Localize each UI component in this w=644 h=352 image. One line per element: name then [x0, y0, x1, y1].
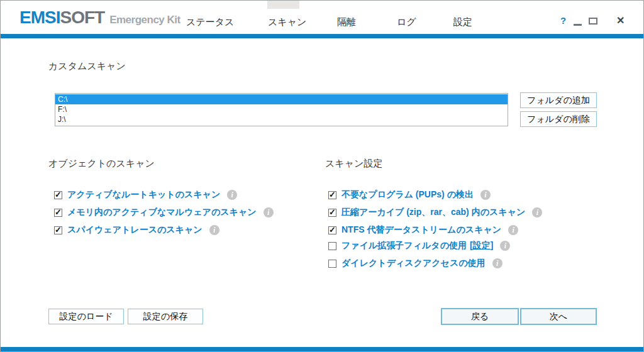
option-label[interactable]: 圧縮アーカイブ (zip、rar、cab) 内のスキャン [341, 207, 525, 218]
option-memory-scan: メモリ内のアクティブなマルウェアのスキャン i [54, 207, 274, 218]
header-divider [1, 34, 643, 38]
info-icon[interactable]: i [492, 258, 502, 268]
titlebar: EMSISOFT Emergency Kit ステータス スキャン 隔離 ログ … [1, 1, 643, 34]
link-bracket-close: ] [491, 240, 494, 250]
checkbox[interactable] [54, 209, 62, 217]
drive-list-item[interactable]: J:\ [55, 114, 508, 124]
info-icon[interactable]: i [500, 241, 510, 251]
option-spyware-traces: スパイウェアトレースのスキャン i [54, 224, 219, 236]
option-label[interactable]: アクティブなルートキットのスキャン [67, 189, 220, 201]
app-window: EMSISOFT Emergency Kit ステータス スキャン 隔離 ログ … [0, 0, 644, 352]
checkbox[interactable] [54, 191, 62, 199]
drive-list-item[interactable]: C:\ [55, 94, 508, 104]
option-archive-scan: 圧縮アーカイブ (zip、rar、cab) 内のスキャン i [328, 207, 542, 218]
next-button[interactable]: 次へ [520, 308, 597, 325]
help-icon[interactable]: ? [560, 15, 566, 26]
tab-log[interactable]: ログ [397, 16, 416, 28]
tab-scan[interactable]: スキャン [268, 16, 306, 28]
load-settings-button[interactable]: 設定のロード [48, 309, 124, 324]
checkbox[interactable] [328, 260, 336, 268]
option-label[interactable]: ファイル拡張子フィルタの使用 [341, 240, 467, 251]
logo-text-primary: EMSI [19, 8, 60, 28]
info-icon[interactable]: i [264, 207, 274, 217]
remove-folder-button[interactable]: フォルダの削除 [520, 111, 597, 127]
checkbox[interactable] [328, 242, 336, 250]
minimize-icon[interactable] [574, 24, 582, 26]
option-label[interactable]: NTFS 代替データストリームのスキャン [341, 224, 501, 236]
option-label[interactable]: 不要なプログラム (PUPs) の検出 [341, 189, 474, 201]
link-text[interactable]: 設定 [473, 240, 491, 250]
tab-status[interactable]: ステータス [186, 16, 234, 28]
option-direct-disk-access: ダイレクトディスクアクセスの使用 i [328, 258, 502, 269]
checkbox[interactable] [328, 226, 336, 234]
close-icon[interactable]: ✕ [616, 14, 625, 26]
checkbox[interactable] [328, 209, 336, 217]
scan-objects-title: オブジェクトのスキャン [48, 158, 155, 170]
add-folder-button[interactable]: フォルダの追加 [520, 92, 597, 108]
option-label[interactable]: メモリ内のアクティブなマルウェアのスキャン [67, 207, 257, 218]
maximize-icon[interactable] [589, 18, 597, 25]
bottom-bar [1, 347, 643, 351]
option-rootkit-scan: アクティブなルートキットのスキャン i [54, 189, 237, 201]
info-icon[interactable]: i [508, 225, 518, 235]
back-button[interactable]: 戻る [441, 308, 519, 325]
option-label[interactable]: ダイレクトディスクアクセスの使用 [341, 258, 486, 269]
info-icon[interactable]: i [480, 190, 491, 200]
option-pups-detection: 不要なプログラム (PUPs) の検出 i [328, 189, 491, 201]
option-label[interactable]: スパイウェアトレースのスキャン [67, 224, 203, 236]
checkbox[interactable] [54, 226, 62, 234]
tab-settings[interactable]: 設定 [453, 16, 472, 28]
active-tab-marker [267, 1, 299, 9]
info-icon[interactable]: i [227, 190, 237, 200]
option-ntfs-ads-scan: NTFS 代替データストリームのスキャン i [328, 224, 518, 236]
option-file-extension-filter: ファイル拡張子フィルタの使用 [設定] i [328, 240, 510, 251]
logo-subtitle: Emergency Kit [109, 14, 180, 26]
checkbox[interactable] [328, 191, 336, 199]
drive-list[interactable]: C:\ F:\ J:\ [55, 93, 508, 126]
app-logo: EMSISOFT Emergency Kit [19, 8, 180, 28]
filter-settings-link[interactable]: [設定] [470, 240, 493, 251]
tab-quarantine[interactable]: 隔離 [337, 16, 356, 28]
logo-text-secondary: SOFT [60, 8, 104, 28]
drive-list-item[interactable]: F:\ [55, 104, 508, 114]
info-icon[interactable]: i [209, 225, 219, 235]
page-title: カスタムスキャン [48, 60, 126, 72]
info-icon[interactable]: i [532, 207, 542, 217]
scan-settings-title: スキャン設定 [325, 158, 382, 170]
save-settings-button[interactable]: 設定の保存 [128, 309, 203, 324]
